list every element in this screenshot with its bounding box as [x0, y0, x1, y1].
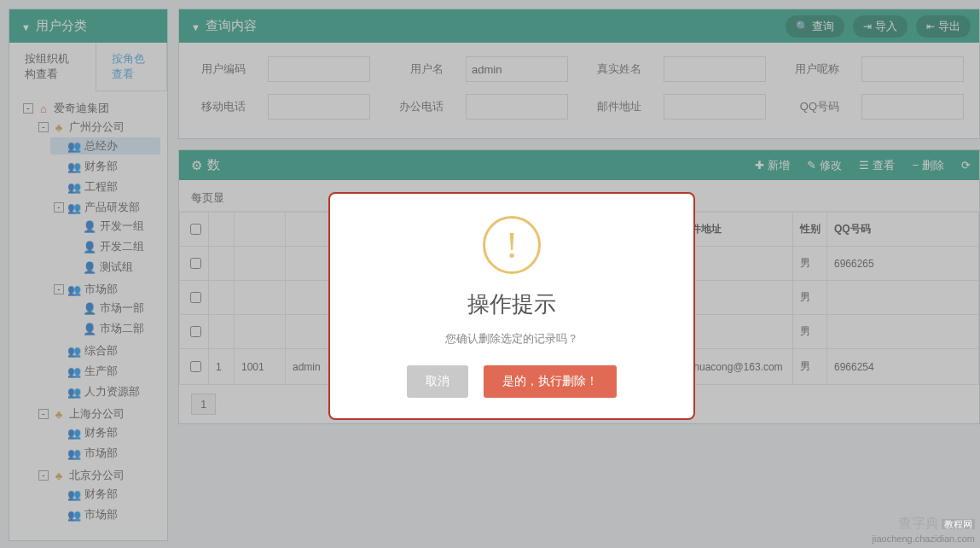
- warning-icon: !: [483, 216, 541, 274]
- modal-message: 您确认删除选定的记录吗？: [347, 331, 676, 347]
- modal-overlay[interactable]: ! 操作提示 您确认删除选定的记录吗？ 取消 是的，执行删除！: [0, 0, 980, 548]
- confirm-modal: ! 操作提示 您确认删除选定的记录吗？ 取消 是的，执行删除！: [328, 192, 695, 420]
- modal-title: 操作提示: [347, 289, 676, 319]
- watermark: 查字典 教程网 jiaocheng.chazidian.com: [873, 515, 975, 545]
- cancel-button[interactable]: 取消: [407, 365, 468, 398]
- confirm-delete-button[interactable]: 是的，执行删除！: [484, 365, 617, 398]
